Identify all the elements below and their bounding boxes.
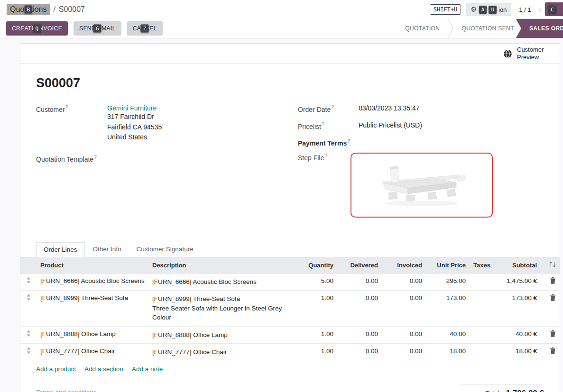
- order-line-subtotal: 40.00 €: [493, 326, 541, 344]
- order-line-delivered[interactable]: 0.00: [337, 273, 382, 291]
- add-a-section-link[interactable]: Add a section: [84, 365, 123, 373]
- form-right-column: Order Date? 03/03/2023 13:35:47 Pricelis…: [298, 104, 544, 226]
- order-line-product[interactable]: [FURN_6666] Acoustic Bloc Screens: [37, 273, 148, 291]
- col-description[interactable]: Description: [148, 257, 294, 273]
- customer-address-line: 317 Fairchild Dr: [107, 112, 162, 122]
- help-marker: ?: [322, 122, 324, 127]
- order-line-unit-price[interactable]: 18.00: [426, 344, 470, 361]
- help-marker: ?: [324, 153, 327, 158]
- col-unit-price[interactable]: Unit Price: [426, 257, 470, 273]
- pager-previous-button[interactable]: ‹: [536, 5, 544, 14]
- col-taxes[interactable]: Taxes: [470, 257, 493, 273]
- order-line-product[interactable]: [FURN_8888] Office Lamp: [37, 326, 148, 344]
- status-step-quotation[interactable]: QUOTATION: [397, 19, 448, 38]
- delete-row-icon[interactable]: [550, 347, 556, 356]
- order-line-unit-price[interactable]: 295.00: [426, 273, 470, 291]
- order-line-invoiced[interactable]: 0.00: [382, 291, 426, 327]
- col-product[interactable]: Product: [37, 257, 148, 273]
- table-row: [FURN_8888] Office Lamp [FURN_8888] Offi…: [20, 326, 560, 344]
- breadcrumb: Quotations B / S00007: [7, 4, 85, 15]
- sheet-footer: Terms and conditions... Total: 1,706.00 …: [20, 378, 560, 392]
- delete-row-icon[interactable]: [550, 330, 556, 338]
- customer-link[interactable]: Gemini Furniture: [107, 104, 157, 112]
- notebook-tabs: Order Lines Other Info Customer Signatur…: [20, 242, 560, 257]
- order-line-delivered[interactable]: 0.00: [337, 326, 382, 344]
- field-pricelist: Pricelist? Public Pricelist (USD): [298, 121, 544, 130]
- order-line-product[interactable]: [FURN_8999] Three-Seat Sofa: [37, 291, 148, 327]
- order-date-value[interactable]: 03/03/2023 13:35:47: [359, 104, 419, 113]
- row-delete-cell: [541, 326, 560, 344]
- action-menu-label: ion: [498, 6, 507, 13]
- total-label: Total:: [485, 390, 501, 392]
- page-title: S00007: [36, 76, 544, 91]
- handle-column-header: [20, 257, 37, 273]
- optional-columns-icon[interactable]: [549, 262, 556, 269]
- help-marker: ?: [94, 155, 97, 160]
- delete-row-icon[interactable]: [550, 277, 556, 285]
- order-line-subtotal: 1,475.00 €: [493, 273, 541, 291]
- top-right-controls: SHIFT+U ⚙ A U ion 1 / 1 ‹ ›: [430, 3, 556, 16]
- col-invoiced[interactable]: Invoiced: [382, 257, 426, 273]
- add-a-product-link[interactable]: Add a product: [36, 365, 76, 373]
- shortcut-badge-send-email: G: [93, 25, 102, 33]
- order-line-description[interactable]: [FURN_8999] Three-Seat Sofa Three Seater…: [148, 291, 294, 327]
- order-line-quantity[interactable]: 1.00: [294, 344, 337, 361]
- pricelist-value[interactable]: Public Pricelist (USD): [359, 121, 422, 130]
- order-line-quantity[interactable]: 5.00: [294, 273, 337, 291]
- tab-other-info[interactable]: Other Info: [86, 242, 129, 257]
- create-invoice-button[interactable]: CREATE INVOICE Q: [6, 21, 68, 36]
- totals-box: Total: 1,706.00 €: [460, 384, 544, 392]
- order-line-product[interactable]: [FURN_7777] Office Chair: [37, 344, 148, 361]
- step-file-label: Step File?: [298, 153, 359, 218]
- send-email-button[interactable]: SEND EMAIL G: [74, 21, 121, 36]
- step-file-3d-preview: [362, 159, 481, 211]
- breadcrumb-quotations[interactable]: Quotations B: [7, 4, 50, 15]
- drag-handle-icon[interactable]: [27, 347, 31, 355]
- add-a-note-link[interactable]: Add a note: [132, 365, 163, 373]
- order-line-taxes[interactable]: [470, 273, 493, 291]
- table-row: [FURN_7777] Office Chair [FURN_7777] Off…: [20, 344, 560, 361]
- order-line-invoiced[interactable]: 0.00: [382, 344, 426, 361]
- order-line-taxes[interactable]: [470, 344, 493, 361]
- drag-handle-icon[interactable]: [27, 277, 31, 285]
- order-line-description[interactable]: [FURN_8888] Office Lamp: [148, 326, 294, 344]
- terms-and-conditions-placeholder[interactable]: Terms and conditions...: [36, 389, 102, 392]
- row-handle-cell: [20, 326, 37, 344]
- status-step-sales-order[interactable]: SALES ORDER: [516, 19, 563, 38]
- order-line-unit-price[interactable]: 40.00: [426, 326, 470, 344]
- drag-handle-icon[interactable]: [27, 294, 31, 302]
- tab-order-lines[interactable]: Order Lines: [36, 242, 85, 257]
- status-step-quotation-sent[interactable]: QUOTATION SENT: [453, 19, 522, 38]
- order-line-delivered[interactable]: 0.00: [337, 291, 382, 327]
- shortcut-badge-create-invoice: Q: [33, 25, 41, 33]
- tab-customer-signature[interactable]: Customer Signature: [129, 242, 201, 257]
- cancel-button[interactable]: CANCEL Z: [127, 21, 163, 36]
- delete-row-icon[interactable]: [550, 294, 556, 302]
- order-line-invoiced[interactable]: 0.00: [382, 326, 426, 344]
- order-line-invoiced[interactable]: 0.00: [382, 273, 426, 291]
- action-menu-button[interactable]: ⚙ A U ion: [466, 3, 511, 16]
- table-footer-links: Add a product Add a section Add a note: [20, 361, 560, 378]
- edge-clipped-button[interactable]: C: [545, 2, 563, 16]
- order-line-taxes[interactable]: [470, 326, 493, 344]
- order-line-delivered[interactable]: 0.00: [337, 344, 382, 361]
- order-line-quantity[interactable]: 1.00: [294, 291, 337, 327]
- col-quantity[interactable]: Quantity: [294, 257, 337, 273]
- drag-handle-icon[interactable]: [27, 330, 31, 338]
- order-line-description[interactable]: [FURN_6666] Acoustic Bloc Screens: [148, 273, 294, 291]
- step-file-image-widget[interactable]: [351, 153, 493, 218]
- col-subtotal[interactable]: Subtotal: [493, 257, 541, 273]
- row-handle-cell: [20, 291, 37, 327]
- order-line-quantity[interactable]: 1.00: [294, 326, 337, 344]
- order-line-description[interactable]: [FURN_7777] Office Chair: [148, 344, 294, 361]
- customer-field-label: Customer?: [36, 104, 107, 143]
- order-lines-header-row: Product Description Quantity Delivered I…: [20, 257, 560, 273]
- col-delivered[interactable]: Delivered: [337, 257, 382, 273]
- help-marker: ?: [65, 105, 68, 110]
- row-handle-cell: [20, 344, 37, 361]
- field-step-file: Step File?: [298, 153, 544, 218]
- order-line-taxes[interactable]: [470, 291, 493, 327]
- customer-address-line: Fairfield CA 94535: [107, 122, 162, 133]
- customer-preview-button[interactable]: Customer Preview: [503, 46, 547, 61]
- order-line-unit-price[interactable]: 173.00: [426, 291, 470, 327]
